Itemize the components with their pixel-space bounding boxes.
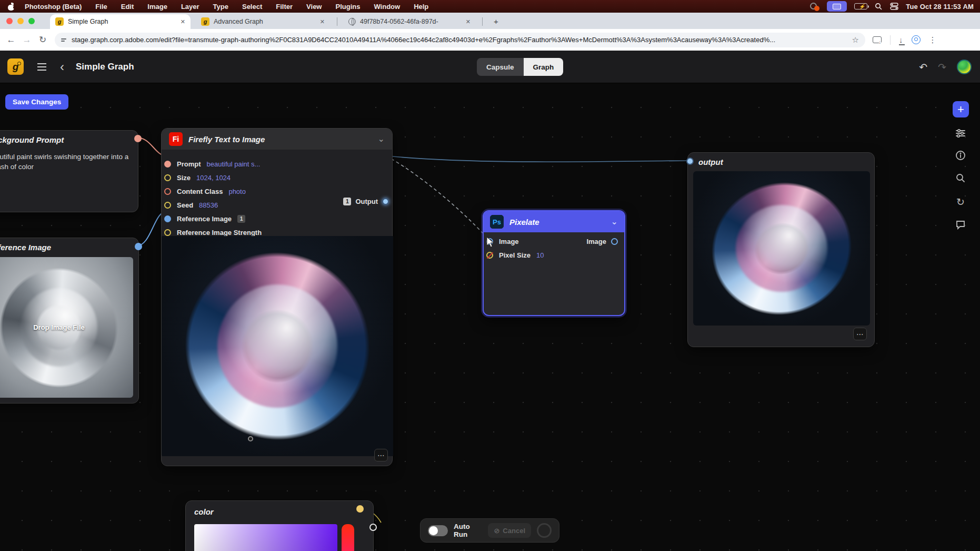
graph-canvas[interactable]: Save Changes Background Prompt beautiful… <box>0 83 980 551</box>
node-reference-image[interactable]: Reference Image Drop Image File <box>0 238 139 404</box>
node-header[interactable]: output <box>688 153 874 171</box>
reload-button[interactable]: ↻ <box>35 34 51 45</box>
input-port-seed[interactable] <box>164 202 171 209</box>
menu-layer[interactable]: Layer <box>181 3 199 11</box>
node-header[interactable]: Background Prompt <box>0 131 138 149</box>
right-edge-port[interactable] <box>369 524 377 531</box>
node-pixelate[interactable]: Ps Pixelate ⌄ Image Image Pixel Size 10 <box>483 210 625 316</box>
window-zoom-button[interactable] <box>28 18 35 24</box>
battery-icon[interactable]: ⚡ <box>854 3 867 9</box>
window-close-button[interactable] <box>6 18 13 24</box>
new-tab-button[interactable]: + <box>494 17 498 26</box>
node-more-button[interactable]: ⋯ <box>374 449 388 461</box>
back-button[interactable]: ← <box>3 35 19 45</box>
auto-run-toggle[interactable] <box>428 525 448 536</box>
menu-window[interactable]: Window <box>374 3 400 11</box>
screen-share-icon[interactable] <box>827 1 847 12</box>
comment-icon[interactable] <box>954 218 967 231</box>
menu-file[interactable]: File <box>95 3 107 11</box>
undo-icon[interactable]: ↶ <box>919 61 927 73</box>
node-color[interactable]: color <box>185 500 374 551</box>
output-port[interactable] <box>134 135 142 142</box>
menu-help[interactable]: Help <box>414 3 428 11</box>
chevron-down-icon[interactable]: ⌄ <box>378 136 385 142</box>
tab-close-icon[interactable]: ✕ <box>466 18 471 25</box>
app-logo[interactable]: g <box>7 58 24 75</box>
prop-prompt[interactable]: Prompt beautiful paint s... <box>162 157 392 171</box>
prop-image[interactable]: Image Image <box>484 234 624 248</box>
url-text[interactable]: stage.graph.corp.adobe.com/edit?file=tra… <box>72 36 775 44</box>
tab-simple-graph[interactable]: g Simple Graph ✕ <box>50 14 191 29</box>
install-app-icon[interactable] <box>873 36 882 43</box>
prop-output[interactable]: 1 Output <box>343 194 392 208</box>
add-node-button[interactable]: + <box>953 101 969 117</box>
tab-close-icon[interactable]: ✕ <box>320 18 325 25</box>
search-icon[interactable] <box>954 171 967 185</box>
window-minimize-button[interactable] <box>17 18 24 24</box>
cancel-button[interactable]: ⊘ Cancel <box>488 523 531 538</box>
menu-edit[interactable]: Edit <box>121 3 134 11</box>
image-handle-dot[interactable] <box>248 436 253 441</box>
node-header[interactable]: color <box>186 501 373 522</box>
menu-image[interactable]: Image <box>147 3 167 11</box>
prompt-text[interactable]: beautiful paint swirls swishing together… <box>0 149 138 172</box>
bookmark-star-icon[interactable]: ☆ <box>852 35 859 45</box>
segment-capsule[interactable]: Capsule <box>477 58 524 76</box>
prop-pixel-size[interactable]: Pixel Size 10 <box>484 248 624 262</box>
node-background-prompt[interactable]: Background Prompt beautiful paint swirls… <box>0 130 138 212</box>
node-firefly-text-to-image[interactable]: Fi Firefly Text to Image ⌄ Prompt beauti… <box>161 128 393 466</box>
back-chevron-icon[interactable]: ‹ <box>60 62 64 72</box>
browser-profile-icon[interactable] <box>912 35 921 44</box>
menu-view[interactable]: View <box>306 3 322 11</box>
input-port-content-class[interactable] <box>164 188 171 195</box>
output-port[interactable] <box>135 243 142 250</box>
site-info-icon[interactable] <box>61 38 66 42</box>
menu-select[interactable]: Select <box>242 3 262 11</box>
chevron-down-icon[interactable]: ⌄ <box>611 219 618 224</box>
menu-type[interactable]: Type <box>213 3 228 11</box>
node-header[interactable]: Ps Pixelate ⌄ <box>484 211 624 232</box>
spotlight-search-icon[interactable] <box>875 2 883 11</box>
hue-slider[interactable] <box>342 524 354 551</box>
segment-graph[interactable]: Graph <box>524 58 564 76</box>
info-icon[interactable] <box>954 149 967 162</box>
node-header[interactable]: Reference Image <box>0 238 138 256</box>
node-more-button[interactable]: ⋯ <box>853 328 867 340</box>
saturation-picker[interactable] <box>194 524 337 551</box>
user-avatar[interactable] <box>957 60 972 74</box>
prop-size[interactable]: Size 1024, 1024 <box>162 171 392 184</box>
menu-filter[interactable]: Filter <box>276 3 293 11</box>
output-port-image[interactable] <box>611 238 618 245</box>
control-center-icon[interactable] <box>890 2 898 11</box>
color-output-port[interactable] <box>356 505 364 513</box>
browser-menu-icon[interactable]: ⋮ <box>929 35 937 45</box>
apple-menu-icon[interactable] <box>7 3 15 11</box>
tab-close-icon[interactable]: ✕ <box>181 18 185 25</box>
generated-image-preview[interactable] <box>162 236 393 456</box>
forward-button[interactable]: → <box>19 35 35 45</box>
input-port-size[interactable] <box>164 174 171 181</box>
tab-uuid[interactable]: 49f78b74-0562-46fa-897d- ✕ <box>343 14 476 29</box>
input-port-prompt[interactable] <box>164 161 171 168</box>
node-output[interactable]: output ⋯ <box>687 152 875 347</box>
omnibox[interactable]: stage.graph.corp.adobe.com/edit?file=tra… <box>55 33 865 47</box>
input-port-reference-image-strength[interactable] <box>164 229 171 236</box>
input-port[interactable] <box>686 158 694 165</box>
screen-record-icon[interactable] <box>810 2 819 11</box>
input-port-reference-image[interactable] <box>164 215 171 222</box>
hamburger-menu-icon[interactable] <box>37 63 46 71</box>
output-image-preview[interactable] <box>693 171 870 326</box>
reference-image-preview[interactable]: Drop Image File <box>0 257 133 398</box>
redo-icon[interactable]: ↷ <box>938 61 946 73</box>
menubar-app-name[interactable]: Photoshop (Beta) <box>25 3 82 11</box>
menubar-clock[interactable]: Tue Oct 28 11:53 AM <box>906 3 974 11</box>
output-port[interactable] <box>382 198 389 205</box>
input-port-pixel-size[interactable] <box>486 252 493 259</box>
save-changes-button[interactable]: Save Changes <box>5 94 68 110</box>
prop-reference-image[interactable]: Reference Image 1 <box>162 212 392 225</box>
history-icon[interactable]: ↻ <box>954 195 967 209</box>
downloads-icon[interactable]: ↓ <box>899 35 903 44</box>
menu-plugins[interactable]: Plugins <box>335 3 360 11</box>
settings-sliders-icon[interactable] <box>954 126 967 140</box>
node-header[interactable]: Fi Firefly Text to Image ⌄ <box>162 129 392 150</box>
